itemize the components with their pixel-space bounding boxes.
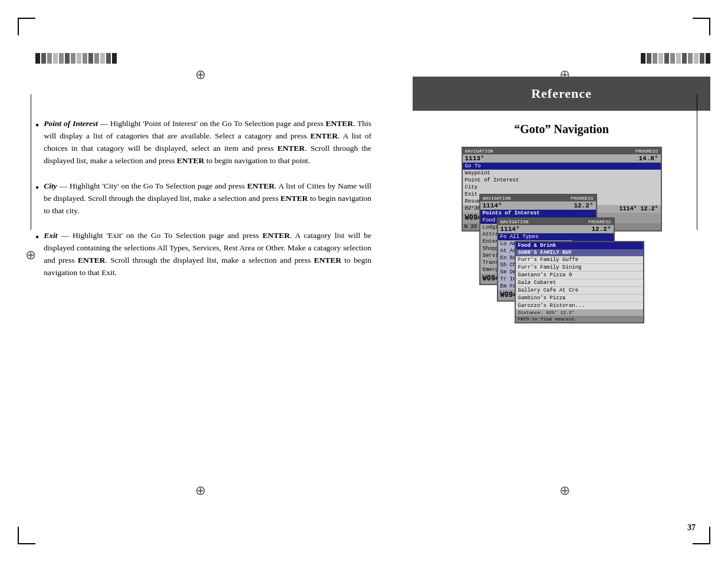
screen-header-0: NAVIGATION PROGRESS xyxy=(463,148,661,154)
result-8[interactable]: Garozzo's Ristoran... xyxy=(516,302,643,309)
rbar9 xyxy=(688,53,693,64)
exit-enter2: ENTER xyxy=(78,256,106,265)
page-number: 37 xyxy=(687,523,696,533)
coords-row-2: 1114° 12.2° xyxy=(498,225,614,233)
bar-seg11 xyxy=(94,53,99,64)
bar-seg2 xyxy=(41,53,46,64)
bullet-city: • City — Highlight 'City' on the Go To S… xyxy=(35,180,371,217)
results-list: SURR'S FAMILY BUF Furr's Family Guffe Fu… xyxy=(516,249,643,309)
results-bottom: Distance: 025° 12.2° xyxy=(516,309,643,316)
bullet-poi: • Point of Interest — Highlight 'Point o… xyxy=(35,118,371,167)
goto-nav-title: “Goto” Navigation xyxy=(413,123,710,136)
rbar12 xyxy=(706,53,710,64)
menu-item-poi[interactable]: Point of Interest xyxy=(463,177,661,184)
screen-header-1: NAVIGATION PROGRESS xyxy=(480,195,596,201)
bar-seg6 xyxy=(65,53,70,64)
city-enter1: ENTER xyxy=(247,181,275,190)
bar-seg7 xyxy=(71,53,75,64)
menu-item-goto[interactable]: Go To xyxy=(463,163,661,170)
rbar7 xyxy=(676,53,681,64)
crosshair-bottom-left: ⊕ xyxy=(195,483,206,498)
results-distance: Distance: 025° 12.2° xyxy=(518,310,575,315)
bar-seg12 xyxy=(100,53,105,64)
coord-val-right-1: 12.2° xyxy=(574,202,593,209)
menu-item-waypoint[interactable]: Waypoint xyxy=(463,170,661,177)
bullet-text-exit: Exit — Highlight 'Exit' on the Go To Sel… xyxy=(44,230,371,279)
bar-seg8 xyxy=(77,53,81,64)
screen-header-2: NAVIGATION PROGRESS xyxy=(498,219,614,225)
results-help: FNTD to find nearest xyxy=(516,316,643,322)
bar-seg14 xyxy=(112,53,117,64)
nav-screenshot-composite: NAVIGATION PROGRESS 1113° 14.8° Go To Wa… xyxy=(462,147,662,232)
exit-dash: — xyxy=(58,231,69,240)
crosshair-top-left: ⊕ xyxy=(195,67,206,82)
poi-enter1: ENTER xyxy=(326,119,354,128)
bar-seg3 xyxy=(47,53,52,64)
coord-val-right-2: 12.2° xyxy=(591,226,611,233)
food-hl[interactable]: Fo All Types xyxy=(498,233,572,240)
crosshair-top-right: ⊕ xyxy=(559,67,570,82)
crosshair-bottom-right: ⊕ xyxy=(559,483,570,498)
result-6[interactable]: Gallery Cafe At Cre xyxy=(516,287,643,295)
corner-top-right xyxy=(693,18,710,35)
content-left: • Point of Interest — Highlight 'Point o… xyxy=(35,118,371,279)
rbar2 xyxy=(647,53,651,64)
left-column: ⊕ • Point of Interest — Highlight 'Point… xyxy=(0,0,401,562)
coord-val-left-2: 1114° xyxy=(500,226,520,233)
screen-box-3: Food & Drink SURR'S FAMILY BUF Furr's Fa… xyxy=(515,241,644,323)
coord-val-left-1: 1114° xyxy=(483,202,502,209)
result-5[interactable]: Gala Cabaret xyxy=(516,279,643,287)
city-label: City xyxy=(44,181,57,190)
rbar5 xyxy=(664,53,669,64)
screen-layer-3: Food & Drink SURR'S FAMILY BUF Furr's Fa… xyxy=(515,241,644,323)
result-first[interactable]: SURR'S FAMILY BUF xyxy=(516,249,643,256)
city-dash: — xyxy=(57,181,67,190)
coord-val-left-0: 1113° xyxy=(465,155,485,162)
crosshair-middle-left: ⊕ xyxy=(25,247,36,263)
nav-label-0: NAVIGATION xyxy=(465,148,493,154)
bottom-val-0: 1114° 12.2° xyxy=(619,206,658,212)
top-bar-right xyxy=(401,53,710,64)
poi-enter2: ENTER xyxy=(310,131,338,140)
bar-seg9 xyxy=(83,53,87,64)
bullet-text-city: City — Highlight 'City' on the Go To Sel… xyxy=(44,180,371,217)
nav-label-2: NAVIGATION xyxy=(500,219,529,224)
bullet-dot-poi: • xyxy=(35,118,39,167)
exit-enter3: ENTER xyxy=(314,256,341,265)
rbar3 xyxy=(653,53,657,64)
results-header: Food & Drink xyxy=(516,242,643,249)
poi-label: Point of Interest xyxy=(44,119,98,128)
rbar4 xyxy=(658,53,663,64)
rbar6 xyxy=(670,53,675,64)
bar-seg13 xyxy=(106,53,111,64)
nav-label-1: NAVIGATION xyxy=(483,196,511,201)
corner-top-left xyxy=(18,18,35,35)
result-2[interactable]: Furr's Family Guffe xyxy=(516,256,643,264)
poi-subheader: Points of Interest xyxy=(480,210,596,217)
result-4[interactable]: Gaetano's Pizza 0 xyxy=(516,272,643,279)
bar-seg4 xyxy=(53,53,58,64)
prog-label-0: PROGRESS xyxy=(635,148,658,154)
rbar10 xyxy=(694,53,699,64)
poi-enter3: ENTER xyxy=(278,144,305,153)
prog-label-2: PROGRESS xyxy=(588,219,611,224)
help-text: FNTD to find nearest xyxy=(518,316,575,322)
rbar8 xyxy=(682,53,687,64)
menu-item-city[interactable]: City xyxy=(463,184,661,191)
exit-enter1: ENTER xyxy=(262,231,290,240)
result-7[interactable]: Gambino's Pizza xyxy=(516,295,643,302)
bar-seg1 xyxy=(35,53,40,64)
result-3[interactable]: Furr's Family Dining xyxy=(516,264,643,272)
top-bar-left xyxy=(35,53,371,64)
prog-label-1: PROGRESS xyxy=(571,196,593,201)
bar-seg10 xyxy=(88,53,93,64)
corner-bottom-left xyxy=(18,527,35,544)
bullet-dot-city: • xyxy=(35,180,39,217)
coord-val-right-0: 14.8° xyxy=(638,155,658,162)
city-enter2: ENTER xyxy=(281,194,308,203)
bar-seg5 xyxy=(59,53,64,64)
exit-label: Exit xyxy=(44,231,57,240)
right-column: ⊕ Reference “Goto” Navigation NAVIGATION… xyxy=(401,0,728,562)
margin-line-left xyxy=(31,94,31,230)
rbar1 xyxy=(641,53,645,64)
